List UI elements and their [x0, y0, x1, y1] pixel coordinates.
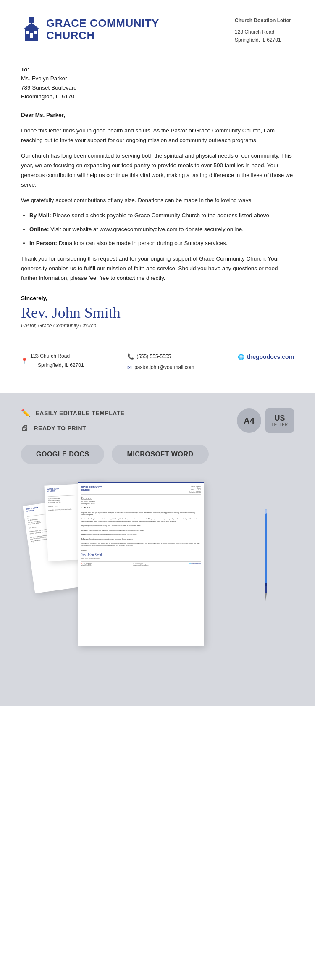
phone-row: 📞 (555) 555-5555 — [127, 352, 194, 361]
microsoft-word-button[interactable]: MICROSOFT WORD — [112, 445, 208, 464]
svg-marker-9 — [265, 593, 267, 601]
a4-badge: A4 — [237, 408, 261, 433]
footer-address: 123 Church Road Springfield, IL 62701 — [30, 352, 84, 370]
editable-feature: ✏️ EASILY EDITABLE TEMPLATE — [21, 408, 125, 418]
greeting: Dear Ms. Parker, — [21, 111, 294, 120]
footer-addr2: Springfield, IL 62701 — [30, 362, 84, 368]
pen-decoration — [263, 509, 269, 602]
recipient-block: To: Ms. Evelyn Parker 789 Sunset Bouleva… — [21, 65, 294, 101]
location-icon: 📍 — [21, 356, 28, 366]
print-feature: 🖨 READY TO PRINT — [21, 424, 125, 432]
header-address-line2: Springfield, IL 62701 — [235, 36, 294, 44]
a4-label: A4 — [244, 416, 255, 426]
feature-badges: ✏️ EASILY EDITABLE TEMPLATE 🖨 READY TO P… — [21, 408, 294, 433]
donation-item-person: In Person: Donations can also be made in… — [29, 239, 294, 248]
donation-list: By Mail: Please send a check payable to … — [29, 211, 294, 248]
edit-icon: ✏️ — [21, 408, 31, 418]
person-label: In Person: — [29, 240, 57, 246]
footer-contact-col: 📞 (555) 555-5555 ✉ pastor.john@yourmail.… — [127, 352, 194, 372]
letter-sub: LETTER — [272, 422, 288, 427]
app-buttons[interactable]: GOOGLE DOCS MICROSOFT WORD — [21, 445, 294, 464]
svg-rect-7 — [265, 509, 267, 585]
svg-rect-6 — [34, 31, 37, 34]
paragraph-1: I hope this letter finds you in good hea… — [21, 126, 294, 145]
letter-section: GRACE COMMUNITY CHURCH Church Donation L… — [0, 0, 315, 393]
logo-area: GRACE COMMUNITY CHURCH — [21, 17, 159, 42]
paragraph-2: Our church has long been committed to se… — [21, 151, 294, 190]
svg-rect-10 — [265, 509, 267, 514]
svg-rect-5 — [26, 31, 29, 34]
feature-section: ✏️ EASILY EDITABLE TEMPLATE 🖨 READY TO P… — [0, 393, 315, 706]
size-badges: A4 US LETTER — [237, 408, 294, 433]
letter-header: GRACE COMMUNITY CHURCH Church Donation L… — [21, 17, 294, 53]
sincerely-label: Sincerely, — [21, 295, 294, 301]
address-row: 📍 123 Church Road Springfield, IL 62701 — [21, 352, 84, 370]
editable-label: EASILY EDITABLE TEMPLATE — [36, 410, 125, 416]
svg-marker-2 — [23, 23, 40, 29]
svg-rect-11 — [265, 583, 267, 586]
person-text: Donations can also be made in person dur… — [59, 240, 228, 246]
recipient-name: Ms. Evelyn Parker — [21, 75, 67, 82]
preview-doc-main: GRACE COMMUNITYCHURCH Church DonationLet… — [78, 482, 204, 646]
church-name-line1: GRACE COMMUNITY — [46, 17, 159, 29]
email-icon: ✉ — [127, 363, 132, 372]
closing-paragraph: Thank you for considering this request a… — [21, 254, 294, 283]
recipient-address2: Bloomington, IL 61701 — [21, 93, 78, 100]
signature: Rev. John Smith — [21, 304, 294, 322]
print-icon: 🖨 — [21, 424, 29, 432]
footer-addr1: 123 Church Road — [30, 353, 70, 359]
recipient-address1: 789 Sunset Boulevard — [21, 84, 77, 91]
pastor-title: Pastor, Grace Community Church — [21, 323, 294, 329]
feature-left: ✏️ EASILY EDITABLE TEMPLATE 🖨 READY TO P… — [21, 408, 125, 432]
online-text: Visit our website at www.gracecommunityg… — [50, 226, 244, 232]
footer-website-col: 🌐 thegoodocs.com — [238, 352, 294, 362]
phone-icon: 📞 — [127, 352, 134, 361]
letter-footer: 📍 123 Church Road Springfield, IL 62701 … — [21, 344, 294, 372]
doc-title: Church Donation Letter — [235, 17, 294, 25]
online-label: Online: — [29, 226, 49, 232]
google-docs-button[interactable]: GOOGLE DOCS — [21, 445, 104, 464]
church-name: GRACE COMMUNITY CHURCH — [46, 17, 159, 41]
donation-item-mail: By Mail: Please send a check payable to … — [29, 211, 294, 221]
signature-block: Sincerely, Rev. John Smith Pastor, Grace… — [21, 295, 294, 329]
footer-email: pastor.john@yourmail.com — [134, 363, 194, 372]
church-name-line2: CHURCH — [46, 29, 159, 42]
mail-text: Please send a check payable to Grace Com… — [53, 212, 271, 219]
donation-item-online: Online: Visit our website at www.graceco… — [29, 225, 294, 234]
us-label: US — [274, 414, 285, 423]
header-address-line1: 123 Church Road — [235, 28, 294, 36]
website-row: 🌐 thegoodocs.com — [238, 352, 294, 362]
us-letter-badge: US LETTER — [265, 408, 294, 433]
print-label: READY TO PRINT — [34, 425, 87, 432]
preview-area: GRACE COMMCHURCH Church DonationLetter12… — [21, 476, 294, 694]
to-label: To: — [21, 66, 29, 73]
footer-address-col: 📍 123 Church Road Springfield, IL 62701 — [21, 352, 84, 370]
church-icon — [21, 17, 42, 42]
letter-body: Dear Ms. Parker, I hope this letter find… — [21, 111, 294, 283]
footer-website: thegoodocs.com — [247, 352, 294, 362]
globe-icon: 🌐 — [238, 352, 244, 362]
footer-phone: (555) 555-5555 — [136, 352, 171, 361]
mail-label: By Mail: — [29, 212, 51, 219]
email-row: ✉ pastor.john@yourmail.com — [127, 363, 194, 372]
header-contact: Church Donation Letter 123 Church Road S… — [227, 17, 294, 45]
paragraph-3: We gratefully accept contributions of an… — [21, 196, 294, 205]
svg-rect-4 — [30, 33, 33, 38]
